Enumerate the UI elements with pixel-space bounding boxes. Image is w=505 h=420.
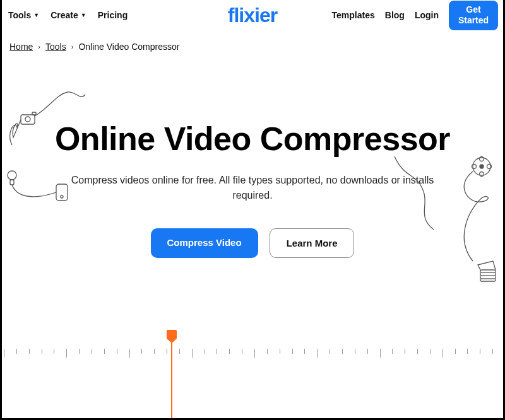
ruler-tick bbox=[342, 349, 343, 354]
breadcrumb: Home › Tools › Online Video Compressor bbox=[2, 30, 503, 52]
ruler-tick bbox=[455, 349, 456, 354]
ruler-tick bbox=[330, 349, 330, 354]
learn-more-button[interactable]: Learn More bbox=[270, 228, 355, 258]
top-navbar: Tools ▼ Create ▼ Pricing flixier Templat… bbox=[2, 0, 503, 30]
ruler-tick bbox=[16, 349, 17, 354]
ruler-tick bbox=[467, 349, 468, 354]
ruler-tick bbox=[254, 349, 255, 358]
timeline-ruler bbox=[4, 311, 501, 418]
ruler-tick bbox=[229, 349, 230, 354]
ruler-tick bbox=[480, 349, 480, 354]
chevron-right-icon: › bbox=[38, 43, 40, 50]
ruler-tick bbox=[417, 349, 418, 354]
nav-login-label: Login bbox=[415, 10, 439, 20]
ruler-tick bbox=[54, 349, 54, 354]
caret-down-icon: ▼ bbox=[81, 12, 86, 18]
nav-templates-label: Templates bbox=[332, 10, 375, 20]
ruler-tick bbox=[292, 349, 293, 354]
brand-logo[interactable]: flixier bbox=[228, 4, 277, 27]
nav-create-label: Create bbox=[50, 10, 78, 20]
ruler-tick bbox=[141, 349, 142, 354]
ruler-tick bbox=[317, 349, 318, 358]
ruler-tick bbox=[280, 349, 280, 354]
nav-blog-label: Blog bbox=[385, 10, 405, 20]
breadcrumb-tools[interactable]: Tools bbox=[45, 42, 66, 52]
ruler-tick bbox=[380, 349, 381, 358]
nav-left-group: Tools ▼ Create ▼ Pricing bbox=[8, 10, 128, 20]
playhead-line bbox=[171, 335, 172, 418]
page-title: Online Video Compressor bbox=[40, 121, 465, 156]
ruler-tick bbox=[29, 349, 30, 354]
ruler-tick bbox=[42, 349, 42, 354]
nav-templates[interactable]: Templates bbox=[332, 10, 375, 20]
breadcrumb-current: Online Video Compressor bbox=[78, 42, 179, 52]
ruler-tick bbox=[205, 349, 205, 354]
ruler-tick bbox=[392, 349, 393, 354]
ruler-tick bbox=[167, 349, 167, 354]
nav-login[interactable]: Login bbox=[415, 10, 439, 20]
ruler-tick bbox=[242, 349, 242, 354]
brand-logo-text: flixier bbox=[228, 4, 277, 26]
ruler-tick bbox=[192, 349, 193, 358]
ruler-tick bbox=[430, 349, 431, 354]
ruler-tick bbox=[92, 349, 92, 354]
page-subtitle: Compress videos online for free. All fil… bbox=[40, 173, 465, 203]
nav-right-group: Templates Blog Login Get Started bbox=[332, 1, 498, 30]
ruler-tick bbox=[367, 349, 368, 354]
hero-section: Online Video Compressor Compress videos … bbox=[2, 52, 503, 258]
ruler-tick bbox=[117, 349, 117, 354]
chevron-right-icon: › bbox=[71, 43, 74, 50]
ruler-ticks bbox=[4, 349, 501, 360]
ruler-tick bbox=[217, 349, 217, 354]
ruler-tick bbox=[267, 349, 268, 354]
ruler-tick bbox=[405, 349, 405, 354]
svg-rect-13 bbox=[480, 270, 496, 281]
nav-create[interactable]: Create ▼ bbox=[50, 10, 86, 20]
compress-video-button[interactable]: Compress Video bbox=[151, 228, 258, 258]
get-started-button[interactable]: Get Started bbox=[449, 1, 498, 30]
nav-tools-label: Tools bbox=[8, 10, 31, 20]
nav-blog[interactable]: Blog bbox=[385, 10, 405, 20]
ruler-tick bbox=[304, 349, 305, 354]
caret-down-icon: ▼ bbox=[33, 12, 39, 18]
ruler-tick bbox=[355, 349, 355, 354]
nav-tools[interactable]: Tools ▼ bbox=[8, 10, 39, 20]
cta-row: Compress Video Learn More bbox=[40, 228, 465, 258]
ruler-tick bbox=[443, 349, 443, 358]
ruler-tick bbox=[129, 349, 130, 358]
ruler-tick bbox=[492, 349, 493, 354]
ruler-tick bbox=[104, 349, 105, 354]
ruler-tick bbox=[79, 349, 80, 354]
ruler-tick bbox=[154, 349, 155, 354]
ruler-tick bbox=[179, 349, 180, 354]
breadcrumb-home[interactable]: Home bbox=[9, 42, 33, 52]
ruler-tick bbox=[4, 349, 4, 358]
ruler-tick bbox=[66, 349, 67, 358]
nav-pricing-label: Pricing bbox=[98, 10, 128, 20]
nav-pricing[interactable]: Pricing bbox=[98, 10, 128, 20]
get-started-label: Get Started bbox=[458, 4, 489, 26]
